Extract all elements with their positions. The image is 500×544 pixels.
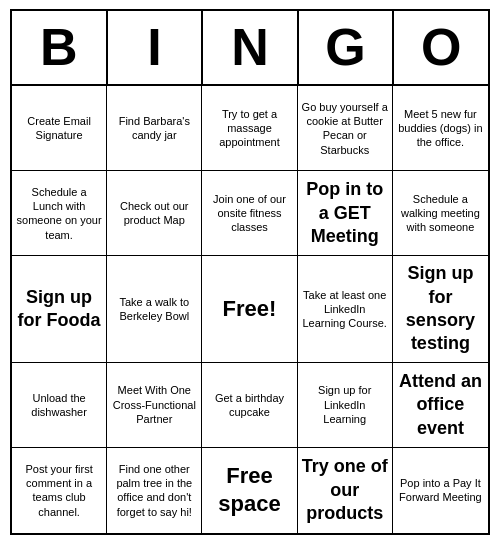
bingo-letter-n: N <box>203 11 299 84</box>
bingo-grid: Create Email SignatureFind Barbara's can… <box>12 86 488 533</box>
bingo-cell-23: Try one of our products <box>298 448 393 533</box>
bingo-letter-g: G <box>299 11 395 84</box>
bingo-card: BINGO Create Email SignatureFind Barbara… <box>10 9 490 535</box>
bingo-cell-8: Pop in to a GET Meeting <box>298 171 393 256</box>
bingo-cell-16: Meet With One Cross-Functional Partner <box>107 363 202 448</box>
bingo-cell-21: Find one other palm tree in the office a… <box>107 448 202 533</box>
bingo-cell-14: Sign up for sensory testing <box>393 256 488 363</box>
bingo-cell-10: Sign up for Fooda <box>12 256 107 363</box>
bingo-cell-17: Get a birthday cupcake <box>202 363 297 448</box>
bingo-header: BINGO <box>12 11 488 86</box>
bingo-cell-12: Free! <box>202 256 297 363</box>
bingo-cell-4: Meet 5 new fur buddies (dogs) in the off… <box>393 86 488 171</box>
bingo-cell-1: Find Barbara's candy jar <box>107 86 202 171</box>
bingo-cell-0: Create Email Signature <box>12 86 107 171</box>
bingo-cell-7: Join one of our onsite fitness classes <box>202 171 297 256</box>
bingo-cell-18: Sign up for LinkedIn Learning <box>298 363 393 448</box>
bingo-cell-22: Free space <box>202 448 297 533</box>
bingo-cell-20: Post your first comment in a teams club … <box>12 448 107 533</box>
bingo-cell-15: Unload the dishwasher <box>12 363 107 448</box>
bingo-cell-5: Schedule a Lunch with someone on your te… <box>12 171 107 256</box>
bingo-cell-6: Check out our product Map <box>107 171 202 256</box>
bingo-cell-2: Try to get a massage appointment <box>202 86 297 171</box>
bingo-letter-i: I <box>108 11 204 84</box>
bingo-cell-19: Attend an office event <box>393 363 488 448</box>
bingo-letter-b: B <box>12 11 108 84</box>
bingo-cell-3: Go buy yourself a cookie at Butter Pecan… <box>298 86 393 171</box>
bingo-cell-24: Pop into a Pay It Forward Meeting <box>393 448 488 533</box>
bingo-letter-o: O <box>394 11 488 84</box>
bingo-cell-13: Take at least one LinkedIn Learning Cour… <box>298 256 393 363</box>
bingo-cell-9: Schedule a walking meeting with someone <box>393 171 488 256</box>
bingo-cell-11: Take a walk to Berkeley Bowl <box>107 256 202 363</box>
